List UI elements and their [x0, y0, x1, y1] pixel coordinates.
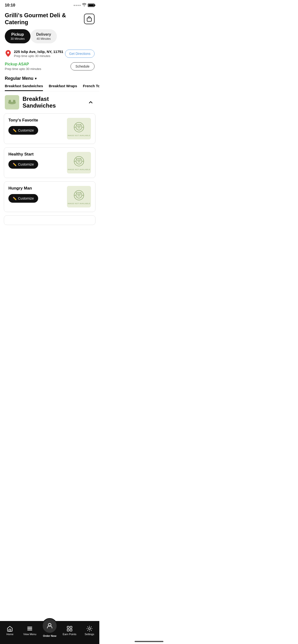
menu-type-row[interactable]: Regular Menu ▾	[0, 73, 99, 84]
location-left: 225 Islip Ave, Islip, NY, 11751 Prep tim…	[5, 50, 63, 58]
section-header: Breakfast Sandwiches	[0, 91, 99, 113]
customize-label: Customize	[18, 128, 34, 132]
pickup-left: Pickup ASAP Prep time upto 30 minutes	[5, 62, 41, 71]
svg-point-1	[7, 52, 9, 54]
menu-item-card: Healthy Start ✏️ Customize IMAGE NO	[4, 147, 95, 178]
svg-point-6	[11, 100, 13, 102]
customize-label: Customize	[18, 196, 34, 200]
get-directions-button[interactable]: Get Directions	[65, 50, 95, 58]
plate-icon	[73, 189, 85, 202]
item-image-hungry-man: IMAGE NOT AVAILABLE	[67, 186, 91, 208]
pickup-tab-sub: 30 Minutes	[11, 37, 25, 40]
pickup-tab-label: Pickup	[11, 32, 24, 37]
category-tab-breakfast-wraps[interactable]: Breakfast Wraps	[49, 84, 77, 91]
collapse-section-button[interactable]	[87, 98, 95, 106]
delivery-tab[interactable]: Delivery 40 Minutes	[31, 29, 57, 44]
menu-item-card: Tony's Favorite ✏️ Customize IMAGE	[4, 113, 95, 144]
delivery-tab-sub: 40 Minutes	[37, 37, 51, 40]
menu-items-list: Tony's Favorite ✏️ Customize IMAGE	[0, 113, 99, 225]
header: Grilli's Gourmet Deli & Catering	[0, 10, 99, 29]
food-thumb-icon	[5, 96, 19, 109]
location-address: 225 Islip Ave, Islip, NY, 11751	[14, 50, 63, 54]
section-title: Breakfast Sandwiches	[23, 96, 83, 109]
pencil-icon: ✏️	[13, 197, 17, 200]
pickup-asap-row: Pickup ASAP Prep time upto 30 minutes Sc…	[0, 60, 99, 73]
image-not-available-label: IMAGE NOT AVAILABLE	[68, 134, 90, 136]
menu-type-label: Regular Menu	[5, 76, 33, 81]
menu-item-card: Hungry Man ✏️ Customize IMAGE NOT A	[4, 181, 95, 212]
item-left: Tony's Favorite ✏️ Customize	[9, 118, 64, 135]
pickup-asap-sub: Prep time upto 30 minutes	[5, 67, 41, 71]
customize-label: Customize	[18, 162, 34, 166]
customize-button-healthy-start[interactable]: ✏️ Customize	[9, 160, 38, 169]
item-name: Tony's Favorite	[9, 118, 64, 123]
pencil-icon: ✏️	[13, 129, 17, 132]
plate-icon	[73, 121, 85, 134]
status-time: 10:10	[5, 3, 15, 8]
schedule-button[interactable]: Schedule	[71, 62, 95, 70]
battery-icon	[88, 4, 95, 7]
wifi-icon	[82, 3, 86, 8]
item-left: Healthy Start ✏️ Customize	[9, 152, 64, 169]
image-not-available-label: IMAGE NOT AVAILABLE	[68, 202, 90, 204]
item-name: Hungry Man	[9, 186, 64, 191]
location-row: 225 Islip Ave, Islip, NY, 11751 Prep tim…	[0, 47, 99, 60]
order-type-tabs: Pickup 30 Minutes Delivery 40 Minutes	[0, 29, 99, 48]
chevron-down-icon: ▾	[35, 76, 37, 81]
section-thumbnail	[5, 95, 19, 110]
category-tab-breakfast-sandwiches[interactable]: Breakfast Sandwiches	[5, 84, 43, 91]
location-prep: Prep time upto 30 minutes	[14, 54, 63, 58]
item-image-healthy-start: IMAGE NOT AVAILABLE	[67, 152, 91, 174]
image-not-available-label: IMAGE NOT AVAILABLE	[68, 168, 90, 170]
svg-rect-0	[87, 18, 91, 21]
status-icons	[74, 3, 95, 8]
pencil-icon: ✏️	[13, 163, 17, 166]
location-text: 225 Islip Ave, Islip, NY, 11751 Prep tim…	[14, 50, 63, 58]
delivery-tab-label: Delivery	[36, 32, 51, 37]
bag-button[interactable]	[84, 14, 95, 24]
signal-icon	[74, 5, 81, 6]
location-pin-icon	[5, 50, 12, 57]
customize-button-hungry-man[interactable]: ✏️ Customize	[9, 194, 38, 203]
pickup-asap-label: Pickup ASAP	[5, 62, 41, 66]
customize-button-tonys-favorite[interactable]: ✏️ Customize	[9, 126, 38, 135]
plate-icon	[73, 155, 85, 168]
item-left: Hungry Man ✏️ Customize	[9, 186, 64, 203]
item-name: Healthy Start	[9, 152, 64, 157]
restaurant-name: Grilli's Gourmet Deli & Catering	[5, 12, 84, 26]
pickup-tab[interactable]: Pickup 30 Minutes	[5, 29, 31, 44]
category-tab-french-toast[interactable]: French To...	[83, 84, 99, 91]
item-image-tonys-favorite: IMAGE NOT AVAILABLE	[67, 118, 91, 140]
category-tabs: Breakfast Sandwiches Breakfast Wraps Fre…	[0, 84, 99, 91]
status-bar: 10:10	[0, 0, 99, 10]
